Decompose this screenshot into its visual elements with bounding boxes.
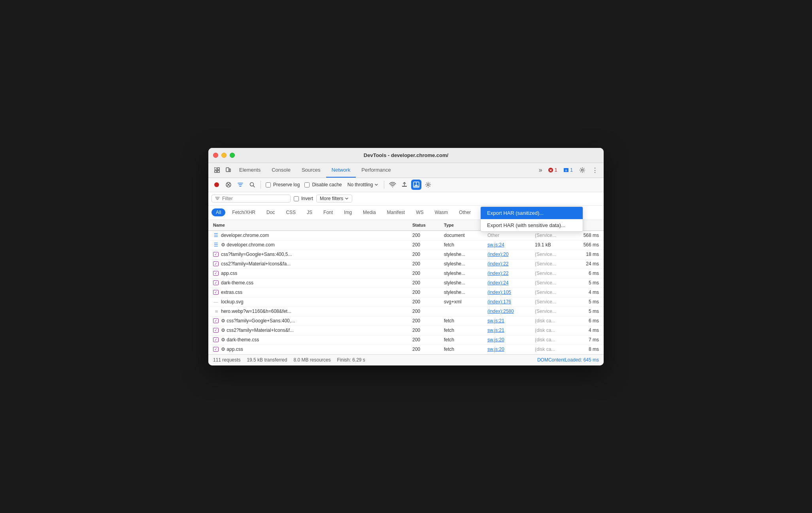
css-icon: ✓ [213,290,219,295]
type-filter-ws[interactable]: WS [412,208,428,216]
initiator-cell[interactable]: (index):176 [486,299,533,305]
table-row[interactable]: ✓ ⚙ css?family=Google+Sans:400,... 200 f… [208,316,604,326]
type-filter-other[interactable]: Other [455,208,475,216]
error-badge[interactable]: ✕ 1 [546,167,560,174]
disable-cache-label[interactable]: Disable cache [303,182,343,187]
table-row[interactable]: ✓ dark-theme.css 200 styleshe... (index)… [208,278,604,288]
size-cell: (Service... [533,280,569,286]
type-filter-fetch-xhr[interactable]: Fetch/XHR [228,208,260,216]
type-filter-font[interactable]: Font [319,208,337,216]
upload-icon[interactable] [399,180,410,190]
tab-sources[interactable]: Sources [296,163,326,178]
type-filter-all[interactable]: All [211,208,225,216]
table-row[interactable]: ≋ hero.webp?w=1160&h=608&fet... 200 (ind… [208,307,604,316]
dropdown-menu-item[interactable]: Export HAR (with sensitive data)... [481,219,583,231]
initiator-cell[interactable]: sw.js:20 [486,337,533,343]
initiator-cell[interactable]: (index):20 [486,252,533,257]
close-button[interactable] [213,153,218,158]
initiator-cell[interactable]: (index):2580 [486,309,533,314]
svg-rect-2 [215,170,217,172]
tab-performance[interactable]: Performance [356,163,396,178]
invert-text: Invert [301,196,313,201]
device-toolbar-icon[interactable] [223,165,234,176]
more-filters-btn[interactable]: More filters [316,195,352,203]
type-filter-wasm[interactable]: Wasm [431,208,453,216]
img2-icon: ≋ [215,309,217,314]
type-cell: styleshe... [442,290,486,295]
size-cell: (Service... [533,261,569,267]
disable-cache-checkbox[interactable] [304,182,310,187]
more-options-icon[interactable]: ⋮ [589,165,601,176]
record-btn[interactable] [211,180,222,190]
tab-elements[interactable]: Elements [234,163,266,178]
th-name[interactable]: Name [211,223,411,227]
time-cell: 7 ms [569,337,601,343]
initiator-cell[interactable]: (index):22 [486,271,533,276]
type-filter-js[interactable]: JS [302,208,317,216]
settings-icon[interactable] [577,165,588,176]
initiator-cell: Other [486,233,533,238]
type-filter-manifest[interactable]: Manifest [383,208,409,216]
filter-input[interactable] [222,196,287,201]
name-cell: ☰ developer.chrome.com [211,233,411,238]
download-har-btn[interactable] [411,180,421,190]
table-row[interactable]: ☰ developer.chrome.com 200 document Othe… [208,231,604,240]
table-row[interactable]: ✓ css2?family=Material+Icons&fa... 200 s… [208,259,604,269]
settings-network-icon[interactable] [423,180,433,190]
type-cell: document [442,233,486,238]
name-cell: ✓ ⚙ css?family=Google+Sans:400,... [211,318,411,324]
initiator-cell[interactable]: sw.js:20 [486,346,533,352]
type-cell: fetch [442,318,486,324]
dropdown-menu-item[interactable]: Export HAR (sanitized)... [481,207,583,219]
tab-network[interactable]: Network [326,163,356,178]
search-btn[interactable] [247,180,257,190]
table-row[interactable]: ✓ ⚙ app.css 200 fetch sw.js:20 (disk ca.… [208,345,604,354]
initiator-cell[interactable]: sw.js:24 [486,242,533,248]
initiator-cell[interactable]: (index):105 [486,290,533,295]
preserve-log-label[interactable]: Preserve log [264,182,301,187]
throttle-text: No throttling [347,182,373,187]
initiator-cell[interactable]: (index):24 [486,280,533,286]
name-cell: ≋ hero.webp?w=1160&h=608&fet... [211,309,411,314]
initiator-cell[interactable]: (index):22 [486,261,533,267]
minimize-button[interactable] [221,153,227,158]
preserve-log-checkbox[interactable] [266,182,271,187]
table-row[interactable]: ✓ css?family=Google+Sans:400,5... 200 st… [208,250,604,259]
tab-console[interactable]: Console [266,163,296,178]
disable-cache-text: Disable cache [312,182,342,187]
table-row[interactable]: — lockup.svg 200 svg+xml (index):176 (Se… [208,297,604,307]
th-type[interactable]: Type [442,223,486,227]
inspector-icon[interactable] [211,165,223,176]
table-row[interactable]: ☰ ⚙ developer.chrome.com 200 fetch sw.js… [208,240,604,250]
clear-btn[interactable] [223,180,234,190]
initiator-cell[interactable]: sw.js:21 [486,318,533,324]
type-cell: fetch [442,242,486,248]
type-filter-css[interactable]: CSS [281,208,300,216]
table-row[interactable]: ✓ ⚙ css2?family=Material+Icons&f... 200 … [208,326,604,335]
invert-label[interactable]: Invert [294,196,313,201]
dropdown-menu: Export HAR (sanitized)...Export HAR (wit… [480,206,583,232]
invert-checkbox[interactable] [294,196,299,201]
type-filter-doc[interactable]: Doc [262,208,279,216]
time-cell: 18 ms [569,252,601,257]
table-row[interactable]: ✓ extras.css 200 styleshe... (index):105… [208,288,604,297]
wifi-icon[interactable] [387,180,398,190]
css-icon: ✓ [213,280,219,285]
size-cell: (Service... [533,252,569,257]
initiator-cell[interactable]: sw.js:21 [486,327,533,333]
maximize-button[interactable] [230,153,235,158]
filter-btn[interactable] [235,180,245,190]
warning-badge[interactable]: ≡ 1 [561,167,575,174]
name-cell: ✓ css?family=Google+Sans:400,5... [211,252,411,257]
type-filter-media[interactable]: Media [359,208,380,216]
type-cell: styleshe... [442,252,486,257]
row-name: css?family=Google+Sans:400,5... [221,252,292,257]
th-status[interactable]: Status [411,223,442,227]
tab-overflow-btn[interactable]: » [536,167,546,174]
table-row[interactable]: ✓ app.css 200 styleshe... (index):22 (Se… [208,269,604,278]
row-name: extras.css [221,290,242,295]
table-row[interactable]: ✓ ⚙ dark-theme.css 200 fetch sw.js:20 (d… [208,335,604,345]
filter-icon [215,196,220,201]
type-filter-img[interactable]: Img [340,208,356,216]
throttle-select[interactable]: No throttling [345,181,381,188]
